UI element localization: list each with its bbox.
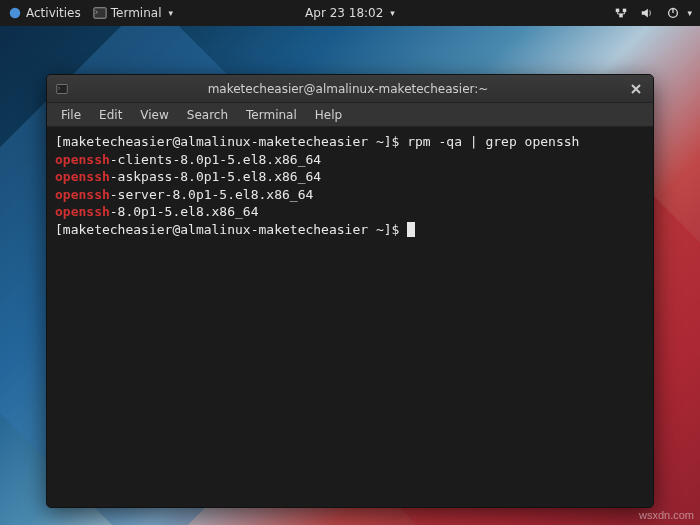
- clock[interactable]: Apr 23 18:02 ▾: [305, 6, 395, 20]
- chevron-down-icon: ▾: [168, 8, 173, 18]
- clock-label: Apr 23 18:02: [305, 6, 383, 20]
- svg-rect-4: [620, 14, 624, 18]
- power-icon: [666, 6, 680, 20]
- menu-file[interactable]: File: [53, 106, 89, 124]
- terminal-viewport[interactable]: [maketecheasier@almalinux-maketecheasier…: [47, 127, 653, 507]
- activities-label: Activities: [26, 6, 81, 20]
- app-menu[interactable]: Terminal ▾: [93, 6, 173, 20]
- terminal-icon: [93, 6, 107, 20]
- text-cursor: [407, 222, 415, 237]
- svg-rect-2: [616, 9, 620, 13]
- output-text: -8.0p1-5.el8.x86_64: [110, 204, 259, 219]
- grep-match: openssh: [55, 204, 110, 219]
- activities-icon: [8, 6, 22, 20]
- grep-match: openssh: [55, 187, 110, 202]
- chevron-down-icon: ▾: [390, 8, 395, 18]
- output-text: -server-8.0p1-5.el8.x86_64: [110, 187, 314, 202]
- output-text: -askpass-8.0p1-5.el8.x86_64: [110, 169, 321, 184]
- network-indicator[interactable]: [614, 6, 628, 20]
- command-text: rpm -qa | grep openssh: [407, 134, 579, 149]
- window-titlebar[interactable]: maketecheasier@almalinux-maketecheasier:…: [47, 75, 653, 103]
- prompt: [maketecheasier@almalinux-maketecheasier…: [55, 134, 407, 149]
- activities-button[interactable]: Activities: [8, 6, 81, 20]
- chevron-down-icon: ▾: [687, 8, 692, 18]
- menu-edit[interactable]: Edit: [91, 106, 130, 124]
- svg-rect-3: [623, 9, 627, 13]
- close-icon: [631, 84, 641, 94]
- terminal-window: maketecheasier@almalinux-maketecheasier:…: [46, 74, 654, 508]
- output-text: -clients-8.0p1-5.el8.x86_64: [110, 152, 321, 167]
- network-icon: [614, 6, 628, 20]
- menubar: File Edit View Search Terminal Help: [47, 103, 653, 127]
- prompt: [maketecheasier@almalinux-maketecheasier…: [55, 222, 407, 237]
- window-app-icon: [53, 80, 71, 98]
- window-title: maketecheasier@almalinux-maketecheasier:…: [71, 82, 625, 96]
- grep-match: openssh: [55, 152, 110, 167]
- volume-indicator[interactable]: [640, 6, 654, 20]
- close-button[interactable]: [625, 78, 647, 100]
- menu-view[interactable]: View: [132, 106, 176, 124]
- svg-point-0: [10, 8, 21, 19]
- power-indicator[interactable]: ▾: [666, 6, 692, 20]
- gnome-topbar: Activities Terminal ▾ Apr 23 18:02 ▾ ▾: [0, 0, 700, 26]
- grep-match: openssh: [55, 169, 110, 184]
- svg-rect-7: [57, 84, 68, 93]
- volume-icon: [640, 6, 654, 20]
- menu-search[interactable]: Search: [179, 106, 236, 124]
- app-menu-label: Terminal: [111, 6, 162, 20]
- menu-help[interactable]: Help: [307, 106, 350, 124]
- menu-terminal[interactable]: Terminal: [238, 106, 305, 124]
- watermark: wsxdn.com: [639, 509, 694, 521]
- svg-rect-1: [94, 8, 106, 19]
